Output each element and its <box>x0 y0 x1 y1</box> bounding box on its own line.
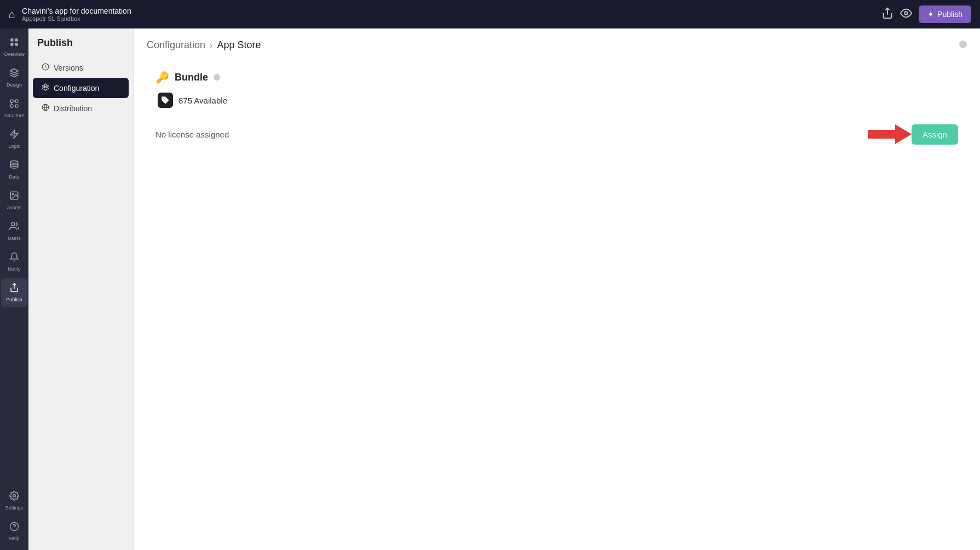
versions-icon <box>42 63 49 72</box>
svg-rect-7 <box>15 100 18 102</box>
bundle-title: Bundle <box>175 72 208 83</box>
bundle-key-icon: 🔑 <box>155 71 169 84</box>
sidebar-item-logic[interactable]: Logic <box>1 125 27 153</box>
bundle-header: 🔑 Bundle <box>155 71 958 84</box>
data-icon <box>9 160 19 173</box>
sidebar-item-label-publish: Publish <box>6 297 22 302</box>
topbar-actions: ✦ Publish <box>881 5 971 23</box>
structure-icon <box>9 99 19 111</box>
sidebar-item-overview[interactable]: Overview <box>1 33 27 61</box>
users-icon <box>9 221 19 234</box>
content-area: Configuration › App Store 🔑 Bundle <box>134 28 980 550</box>
breadcrumb-configuration-link[interactable]: Configuration <box>147 39 205 51</box>
sidebar-item-label-assets: Assets <box>7 205 21 210</box>
assets-icon <box>9 191 19 203</box>
sidebar-item-structure[interactable]: Structure <box>1 94 27 123</box>
app-title: Chavini's app for documentation <box>22 7 131 15</box>
topbar-left: ⌂ Chavini's app for documentation Appspo… <box>9 7 881 22</box>
overview-icon <box>9 37 19 50</box>
share-button[interactable] <box>881 7 893 22</box>
svg-point-1 <box>904 12 908 15</box>
sidebar-item-users[interactable]: Users <box>1 217 27 245</box>
preview-button[interactable] <box>900 7 912 22</box>
help-icon <box>9 522 19 534</box>
sidebar-item-label-data: Data <box>9 174 19 180</box>
svg-marker-26 <box>868 124 912 144</box>
sidebar-item-label-overview: Overview <box>4 51 25 57</box>
sidebar-item-label-design: Design <box>7 82 22 88</box>
svg-point-15 <box>12 193 13 194</box>
bundle-section: 🔑 Bundle 875 Available No license assign… <box>155 71 958 150</box>
publish-icon: ✦ <box>927 10 934 19</box>
versions-label: Versions <box>54 64 83 72</box>
left-sidebar: Overview Design Structure Logic Data <box>0 28 28 550</box>
sidebar-item-assets[interactable]: Assets <box>1 186 27 215</box>
sidebar-item-publish[interactable]: Publish <box>1 278 27 307</box>
app-store-icon <box>158 93 173 108</box>
red-arrow <box>868 121 912 147</box>
sidebar-item-label-logic: Logic <box>8 144 20 149</box>
notify-icon <box>9 252 19 265</box>
svg-rect-8 <box>10 105 13 107</box>
assign-area: Assign <box>868 121 958 147</box>
settings-icon <box>9 491 19 503</box>
second-sidebar: Publish Versions Configuration Distribut… <box>28 28 134 550</box>
design-icon <box>9 68 19 81</box>
svg-point-18 <box>13 495 16 497</box>
breadcrumb: Configuration › App Store <box>134 28 980 60</box>
topbar: ⌂ Chavini's app for documentation Appspo… <box>0 0 980 28</box>
home-icon[interactable]: ⌂ <box>9 8 15 21</box>
available-count: 875 Available <box>178 96 227 105</box>
status-dot <box>959 41 967 48</box>
sidebar-item-help[interactable]: Help <box>1 517 27 546</box>
no-license-text: No license assigned <box>155 130 229 139</box>
svg-point-13 <box>10 161 18 164</box>
configuration-label: Configuration <box>54 84 99 93</box>
svg-point-22 <box>44 86 47 88</box>
sidebar-item-versions[interactable]: Versions <box>33 58 129 78</box>
svg-rect-3 <box>15 38 18 41</box>
sidebar-item-design[interactable]: Design <box>1 64 27 92</box>
sidebar-item-notify[interactable]: Notify <box>1 248 27 276</box>
second-sidebar-title: Publish <box>28 37 133 58</box>
topbar-publish-button[interactable]: ✦ Publish <box>919 5 971 23</box>
bundle-status-dot <box>214 74 220 81</box>
sidebar-item-settings[interactable]: Settings <box>1 486 27 515</box>
sidebar-item-label-notify: Notify <box>8 266 20 272</box>
sidebar-item-configuration[interactable]: Configuration <box>33 78 129 98</box>
svg-point-16 <box>11 222 15 226</box>
breadcrumb-separator: › <box>210 41 212 50</box>
configuration-icon <box>42 83 49 93</box>
sidebar-item-data[interactable]: Data <box>1 156 27 184</box>
sidebar-item-label-structure: Structure <box>4 113 25 118</box>
logic-icon <box>9 129 19 142</box>
svg-rect-2 <box>10 38 13 41</box>
sidebar-item-label-settings: Settings <box>5 505 24 511</box>
topbar-app-info: Chavini's app for documentation Appspotr… <box>22 7 131 22</box>
license-row: No license assigned Assign <box>155 119 958 150</box>
svg-marker-12 <box>10 130 18 139</box>
app-subtitle: Appspotr SL Sandbox <box>22 15 131 22</box>
main-layout: Overview Design Structure Logic Data <box>0 28 980 550</box>
svg-rect-5 <box>15 43 18 46</box>
main-content: 🔑 Bundle 875 Available No license assign… <box>134 60 980 174</box>
sidebar-item-distribution[interactable]: Distribution <box>33 98 129 118</box>
publish-nav-icon <box>9 283 19 295</box>
svg-rect-6 <box>10 100 13 102</box>
breadcrumb-current: App Store <box>217 39 261 51</box>
svg-rect-9 <box>15 105 18 107</box>
distribution-icon <box>42 104 49 113</box>
available-row: 875 Available <box>155 93 958 108</box>
distribution-label: Distribution <box>54 104 92 113</box>
sidebar-item-label-users: Users <box>8 236 21 241</box>
svg-rect-4 <box>10 43 13 46</box>
assign-button[interactable]: Assign <box>912 124 958 145</box>
sidebar-item-label-help: Help <box>9 536 20 541</box>
